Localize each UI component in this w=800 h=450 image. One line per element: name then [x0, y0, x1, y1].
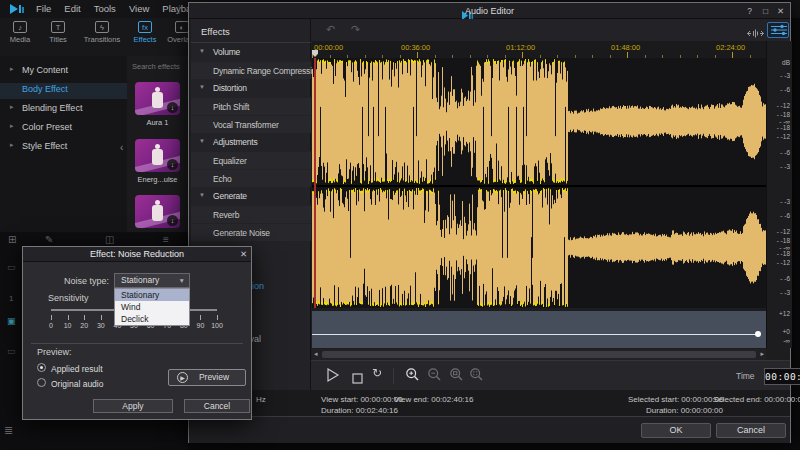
- cancel-button[interactable]: Cancel: [716, 423, 786, 438]
- apply-button[interactable]: Apply: [93, 399, 173, 413]
- scrollbar-thumb[interactable]: [322, 351, 756, 358]
- sidebar-item-my-content[interactable]: ▸My Content: [0, 64, 127, 80]
- zoom-out-button[interactable]: [427, 367, 442, 386]
- sidebar-item-style-effect[interactable]: ▸Style Effect: [0, 140, 127, 156]
- zoom-in-button[interactable]: [405, 367, 420, 386]
- effect-item-label: Generate Noise: [213, 228, 270, 238]
- effect-preview-image[interactable]: ↓: [135, 195, 180, 228]
- effect-item-pitch-shift[interactable]: Pitch Shift: [191, 97, 311, 115]
- close-button[interactable]: ✕: [774, 5, 787, 17]
- scroll-left-icon[interactable]: ◂: [314, 350, 318, 358]
- effect-thumbnail[interactable]: ↓Aura 1: [133, 82, 182, 127]
- effect-preview-image[interactable]: ↓: [135, 82, 180, 115]
- effect-section-distortion[interactable]: ▼Distortion: [191, 79, 311, 97]
- room-tool-icon-3[interactable]: ◫: [105, 234, 114, 245]
- radio-original-audio[interactable]: [37, 378, 46, 387]
- time-display[interactable]: 00:00:00:00: [764, 368, 800, 385]
- horizontal-scrollbar[interactable]: ◂ ▸: [312, 349, 766, 360]
- room-tool-icon-2[interactable]: ✎: [45, 234, 53, 245]
- effect-item-echo[interactable]: Echo: [191, 169, 311, 187]
- sidebar-item-blending-effect[interactable]: ▸Blending Effect: [0, 102, 127, 118]
- db-tick-label: - -∞: [768, 118, 790, 125]
- collapse-panel-icon[interactable]: ‹: [120, 142, 123, 153]
- effect-section-adjustments[interactable]: ▼Adjustments: [191, 133, 311, 151]
- radio-applied-result[interactable]: [37, 363, 46, 372]
- scale-tick: [217, 315, 218, 320]
- ok-button[interactable]: OK: [641, 423, 711, 438]
- effect-item-vocal-transformer[interactable]: Vocal Transformer: [191, 115, 311, 133]
- db-scale: dB- -3- -3- -6- -6- -12- -12- -18- -18- …: [766, 41, 792, 348]
- download-icon[interactable]: ↓: [167, 215, 178, 226]
- divider: [31, 343, 243, 344]
- loop-button[interactable]: ↻: [372, 366, 382, 380]
- download-icon[interactable]: ↓: [167, 159, 178, 170]
- scale-tick: [84, 315, 85, 320]
- volume-envelope-lane[interactable]: [312, 310, 766, 348]
- menu-item-file[interactable]: File: [36, 3, 51, 14]
- effect-section-generate[interactable]: ▼Generate: [191, 187, 311, 205]
- sidebar-item-label: Blending Effect: [22, 103, 82, 113]
- volume-envelope-line[interactable]: [312, 334, 758, 335]
- db-tick-label: - -3: [768, 198, 790, 205]
- preview-button[interactable]: ▶ Preview: [168, 369, 246, 386]
- menu-item-edit[interactable]: Edit: [64, 3, 80, 14]
- radio-label[interactable]: Original audio: [51, 379, 103, 389]
- dialog-close-icon[interactable]: ✕: [240, 249, 247, 259]
- ruler-label: 01:48:00: [611, 43, 640, 52]
- effect-thumbnail[interactable]: ↓: [133, 195, 182, 228]
- option-wind[interactable]: Wind: [115, 301, 189, 313]
- db-tick-label: - -12: [768, 259, 790, 266]
- scroll-right-icon[interactable]: ▸: [760, 350, 764, 358]
- mixer-panel-button[interactable]: [767, 22, 789, 38]
- effect-item-generate-noise[interactable]: Generate Noise: [191, 223, 311, 241]
- waveform-canvas[interactable]: [312, 58, 766, 308]
- search-input[interactable]: [132, 60, 184, 72]
- effect-preview-image[interactable]: ↓: [135, 139, 180, 172]
- tab-label: Titles: [40, 35, 76, 44]
- section-label: Distortion: [213, 83, 247, 93]
- effect-item-equalizer[interactable]: Equalizer: [191, 151, 311, 169]
- effect-item-reverb[interactable]: Reverb: [191, 205, 311, 223]
- zoom-selection-button[interactable]: [449, 367, 464, 386]
- section-label: Adjustments: [213, 137, 258, 147]
- editor-titlebar[interactable]: Audio Editor ? □ ✕: [189, 3, 790, 19]
- play-button[interactable]: [326, 367, 340, 387]
- download-icon[interactable]: ↓: [167, 102, 178, 113]
- tab-effects[interactable]: fxEffects: [128, 21, 162, 53]
- noise-type-dropdown[interactable]: Stationary ▼: [114, 273, 190, 288]
- room-tool-icon-1[interactable]: ⊞: [8, 234, 16, 245]
- effect-thumbnail[interactable]: ↓Energ...ulse: [133, 139, 182, 184]
- playhead-line[interactable]: [314, 58, 316, 308]
- menu-separator: |: [178, 3, 180, 14]
- radio-label[interactable]: Applied result: [51, 364, 103, 374]
- room-tool-icon-4[interactable]: ≡: [163, 234, 169, 245]
- menu-item-tools[interactable]: Tools: [94, 3, 116, 14]
- timeline-ruler[interactable]: 00:00:0000:36:0001:12:0001:48:0002:24:00: [312, 41, 766, 58]
- volume-envelope-point[interactable]: [755, 331, 761, 337]
- ruler-label: 00:00:00: [314, 43, 343, 52]
- option-declick[interactable]: Declick: [115, 313, 189, 325]
- menu-item-view[interactable]: View: [129, 3, 149, 14]
- effect-item-dynamic-range-compression[interactable]: Dynamic Range Compression: [191, 61, 311, 79]
- view-start: View start: 00:00:00:00: [321, 395, 403, 404]
- redo-icon[interactable]: ↷: [351, 23, 360, 36]
- sidebar-item-color-preset[interactable]: ▸Color Preset: [0, 121, 127, 137]
- waveform-area[interactable]: [312, 58, 766, 308]
- undo-icon[interactable]: ↶: [326, 23, 335, 36]
- tab-media[interactable]: ♪Media: [2, 21, 38, 53]
- db-tick-label: - -18: [768, 124, 790, 131]
- stop-button[interactable]: [352, 370, 363, 388]
- maximize-button[interactable]: □: [759, 5, 772, 17]
- effect-section-volume[interactable]: ▼Volume: [191, 43, 311, 61]
- option-stationary[interactable]: Stationary: [115, 289, 189, 301]
- expand-arrow-icon: ▸: [10, 122, 14, 130]
- zoom-fit-button[interactable]: [469, 367, 484, 386]
- help-button[interactable]: ?: [743, 5, 756, 17]
- db-tick-label: - -6: [768, 212, 790, 219]
- dialog-cancel-button[interactable]: Cancel: [184, 399, 250, 413]
- sidebar-item-body-effect[interactable]: Body Effect: [0, 83, 127, 99]
- dialog-titlebar[interactable]: Effect: Noise Reduction ✕: [23, 247, 251, 262]
- scale-number: 20: [76, 322, 92, 329]
- tab-transitions[interactable]: ϟTransitions: [78, 21, 126, 53]
- tab-titles[interactable]: TTitles: [40, 21, 76, 53]
